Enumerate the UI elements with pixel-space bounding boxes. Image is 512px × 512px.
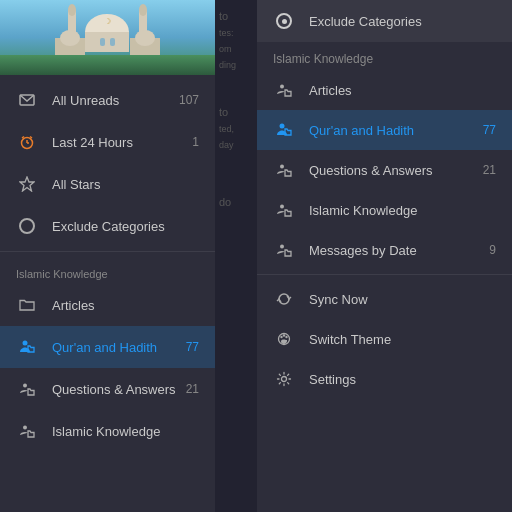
dropdown-item-sync-now[interactable]: Sync Now xyxy=(257,279,512,319)
dropdown-item-label: Questions & Answers xyxy=(309,163,433,178)
dropdown-item-quran-hadith[interactable]: Qur'an and Hadith 77 xyxy=(257,110,512,150)
sync-icon xyxy=(273,288,295,310)
email-icon xyxy=(16,89,38,111)
dropdown-item-label: Qur'an and Hadith xyxy=(309,123,414,138)
dropdown-divider xyxy=(257,274,512,275)
nav-item-exclude-categories[interactable]: Exclude Categories xyxy=(0,205,215,247)
svg-point-29 xyxy=(280,336,282,338)
folder-icon xyxy=(16,294,38,316)
svg-rect-1 xyxy=(0,55,215,75)
svg-rect-12 xyxy=(100,38,105,46)
left-panel: ☽ All Unreads 107 xyxy=(0,0,215,512)
dropdown-person-folder-icon xyxy=(273,119,295,141)
svg-marker-19 xyxy=(20,177,34,191)
nav-item-label: Questions & Answers xyxy=(52,382,176,397)
dropdown-item-count: 9 xyxy=(489,243,496,257)
nav-item-islamic-knowledge[interactable]: Islamic Knowledge xyxy=(0,410,215,452)
right-panel-dropdown: Exclude Categories Islamic Knowledge Art… xyxy=(257,0,512,512)
star-icon xyxy=(16,173,38,195)
svg-point-7 xyxy=(139,4,147,16)
dropdown-item-label: Settings xyxy=(309,372,356,387)
nav-item-count: 1 xyxy=(192,135,199,149)
nav-item-label: Articles xyxy=(52,298,95,313)
svg-point-23 xyxy=(280,85,284,89)
dropdown-item-switch-theme[interactable]: Switch Theme xyxy=(257,319,512,359)
app-container: ☽ All Unreads 107 xyxy=(0,0,512,512)
dropdown-item-questions-answers[interactable]: Questions & Answers 21 xyxy=(257,150,512,190)
svg-point-25 xyxy=(280,165,284,169)
svg-point-27 xyxy=(280,245,284,249)
dropdown-item-count: 21 xyxy=(483,163,496,177)
dropdown-item-count: 77 xyxy=(483,123,496,137)
folder3-icon xyxy=(16,420,38,442)
center-line-6: ted, xyxy=(219,124,253,134)
exclude-label: Exclude Categories xyxy=(309,14,422,29)
center-line-5: to xyxy=(219,106,253,118)
svg-point-5 xyxy=(68,4,76,16)
svg-point-20 xyxy=(23,341,28,346)
nav-item-articles[interactable]: Articles xyxy=(0,284,215,326)
dropdown-item-label: Articles xyxy=(309,83,352,98)
dropdown-item-islamic-knowledge[interactable]: Islamic Knowledge xyxy=(257,190,512,230)
svg-rect-13 xyxy=(110,38,115,46)
alarm-icon xyxy=(16,131,38,153)
nav-list: All Unreads 107 Last 24 Hours 1 xyxy=(0,75,215,512)
svg-point-9 xyxy=(60,30,80,46)
svg-rect-3 xyxy=(85,32,129,52)
nav-item-label: All Stars xyxy=(52,177,100,192)
center-line-7: day xyxy=(219,140,253,150)
nav-item-label: Last 24 Hours xyxy=(52,135,133,150)
svg-point-30 xyxy=(283,334,285,336)
svg-point-22 xyxy=(23,426,27,430)
center-line-2: tes: xyxy=(219,28,253,38)
nav-item-count: 77 xyxy=(186,340,199,354)
svg-point-31 xyxy=(285,336,287,338)
dropdown-item-messages-by-date[interactable]: Messages by Date 9 xyxy=(257,230,512,270)
nav-item-label: Islamic Knowledge xyxy=(52,424,160,439)
center-line-8: do xyxy=(219,196,253,208)
dropdown-item-settings[interactable]: Settings xyxy=(257,359,512,399)
dropdown-item-articles[interactable]: Articles xyxy=(257,70,512,110)
nav-item-questions-answers[interactable]: Questions & Answers 21 xyxy=(0,368,215,410)
nav-item-last-24[interactable]: Last 24 Hours 1 xyxy=(0,121,215,163)
svg-text:☽: ☽ xyxy=(104,17,111,26)
dropdown-item-label: Sync Now xyxy=(309,292,368,307)
gear-icon xyxy=(273,368,295,390)
center-strip-content: to tes: om ding to ted, day do xyxy=(215,0,257,224)
nav-item-count: 21 xyxy=(186,382,199,396)
nav-item-all-unreads[interactable]: All Unreads 107 xyxy=(0,79,215,121)
center-line-4: ding xyxy=(219,60,253,70)
svg-point-24 xyxy=(280,124,285,129)
dropdown-folder-icon xyxy=(273,79,295,101)
svg-point-26 xyxy=(280,205,284,209)
dropdown-exclude-item[interactable]: Exclude Categories xyxy=(257,0,512,42)
palette-icon xyxy=(273,328,295,350)
nav-item-label: Exclude Categories xyxy=(52,219,165,234)
person-folder-icon xyxy=(16,336,38,358)
circle-dot-icon xyxy=(16,215,38,237)
nav-item-label: All Unreads xyxy=(52,93,119,108)
dropdown-item-label: Islamic Knowledge xyxy=(309,203,417,218)
dropdown-folder2-icon xyxy=(273,159,295,181)
nav-item-label: Qur'an and Hadith xyxy=(52,340,157,355)
svg-point-11 xyxy=(135,30,155,46)
header-image: ☽ xyxy=(0,0,215,75)
dropdown-item-label: Switch Theme xyxy=(309,332,391,347)
nav-item-count: 107 xyxy=(179,93,199,107)
svg-point-21 xyxy=(23,384,27,388)
center-line-3: om xyxy=(219,44,253,54)
svg-point-32 xyxy=(282,377,287,382)
dropdown-folder3-icon xyxy=(273,199,295,221)
exclude-circle-icon xyxy=(273,10,295,32)
section-label-islamic: Islamic Knowledge xyxy=(0,256,215,284)
center-strip: to tes: om ding to ted, day do xyxy=(215,0,257,512)
dropdown-folder4-icon xyxy=(273,239,295,261)
dropdown-item-label: Messages by Date xyxy=(309,243,417,258)
divider xyxy=(0,251,215,252)
nav-item-all-stars[interactable]: All Stars xyxy=(0,163,215,205)
dropdown-section-label: Islamic Knowledge xyxy=(257,42,512,70)
nav-item-quran-hadith[interactable]: Qur'an and Hadith 77 xyxy=(0,326,215,368)
center-line-1: to xyxy=(219,10,253,22)
folder2-icon xyxy=(16,378,38,400)
